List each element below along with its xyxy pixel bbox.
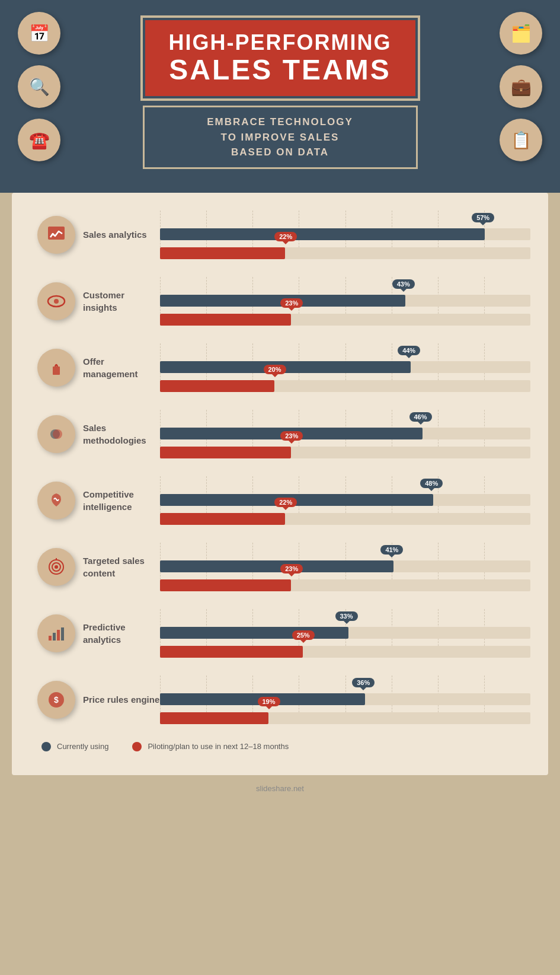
header-icons-right: 🗂️ 💼 📋 <box>500 12 542 161</box>
data-row-sales-analytics: Sales analytics 57% <box>30 211 530 259</box>
pct-dark-predictive-analytics: 33% <box>335 611 358 621</box>
org-chart-icon: 🗂️ <box>500 12 542 55</box>
bar-fill-red <box>160 579 291 591</box>
phone-icon: ☎️ <box>18 119 60 161</box>
bars-col-sales-methodologies: 46% 23% <box>160 410 530 458</box>
pct-red-predictive-analytics: 25% <box>292 630 315 640</box>
bar-fill-dark <box>160 627 348 639</box>
footer: slideshare.net <box>0 775 560 802</box>
dark-bar-customer-insights: 43% <box>160 295 530 307</box>
bar-fill-red <box>160 380 274 392</box>
red-bar-price-rules-engine: 19% <box>160 712 530 724</box>
label-sales-methodologies: Sales methodologies <box>83 422 160 447</box>
dark-bar-sales-methodologies: 46% <box>160 428 530 439</box>
bar-fill-dark <box>160 560 393 572</box>
header-icons-left: 📅 🔍 ☎️ <box>18 12 60 161</box>
svg-point-5 <box>53 429 62 439</box>
red-bar-customer-insights: 23% <box>160 314 530 326</box>
bar-fill-red <box>160 712 268 724</box>
dark-bar-targeted-sales-content: 41% <box>160 560 530 572</box>
briefcase-icon: 💼 <box>500 65 542 108</box>
bars-col-sales-analytics: 57% 22% <box>160 211 530 259</box>
data-row-targeted-sales-content: Targeted sales content 41% <box>30 543 530 591</box>
icon-col-targeted-sales-content <box>30 548 83 586</box>
bar-fill-dark <box>160 228 485 240</box>
legend-piloting: Piloting/plan to use in next 12–18 month… <box>132 742 289 751</box>
title-area: HIGH-PERFORMING SALES TEAMS EMBRACE TECH… <box>143 18 418 169</box>
bars-col-price-rules-engine: 36% 19% <box>160 676 530 724</box>
svg-point-8 <box>55 565 58 569</box>
svg-rect-10 <box>49 636 52 641</box>
icon-sales-analytics <box>37 216 75 254</box>
icon-col-competitive-intelligence <box>30 482 83 520</box>
icon-col-price-rules-engine: $ <box>30 681 83 719</box>
icon-col-customer-insights <box>30 282 83 320</box>
icon-offer-management <box>37 349 75 387</box>
chart-container: Sales analytics 57% <box>30 211 530 724</box>
legend-dot-red <box>132 742 142 751</box>
data-row-customer-insights: Customer insights 43% <box>30 277 530 326</box>
title-box: HIGH-PERFORMING SALES TEAMS <box>143 18 418 98</box>
red-bar-predictive-analytics: 25% <box>160 646 530 658</box>
svg-rect-11 <box>53 633 56 641</box>
svg-text:$: $ <box>54 695 59 705</box>
dark-bar-price-rules-engine: 36% <box>160 693 530 705</box>
footer-source: slideshare.net <box>256 784 304 793</box>
data-row-price-rules-engine: $ Price rules engine 36% <box>30 676 530 724</box>
svg-point-2 <box>54 299 59 304</box>
icon-col-sales-analytics <box>30 216 83 254</box>
bar-fill-red <box>160 247 285 259</box>
search-doc-icon: 🔍 <box>18 65 60 108</box>
label-price-rules-engine: Price rules engine <box>83 693 160 706</box>
legend-label-piloting: Piloting/plan to use in next 12–18 month… <box>148 742 289 751</box>
pct-red-competitive-intelligence: 22% <box>274 498 297 507</box>
bars-col-competitive-intelligence: 48% 22% <box>160 476 530 525</box>
legend-label-currently-using: Currently using <box>57 742 108 751</box>
title-line1: HIGH-PERFORMING <box>169 31 392 55</box>
legend-dot-dark <box>41 742 51 751</box>
icon-sales-methodologies <box>37 415 75 453</box>
pct-dark-sales-methodologies: 46% <box>409 412 432 422</box>
icon-col-predictive-analytics <box>30 614 83 652</box>
icon-price-rules-engine: $ <box>37 681 75 719</box>
svg-rect-13 <box>61 627 64 641</box>
legend: Currently using Piloting/plan to use in … <box>30 742 530 751</box>
icon-targeted-sales-content <box>37 548 75 586</box>
subtitle-box: EMBRACE TECHNOLOGYTO IMPROVE SALESBASED … <box>143 106 418 169</box>
red-bar-competitive-intelligence: 22% <box>160 513 530 525</box>
label-competitive-intelligence: Competitive intelligence <box>83 488 160 513</box>
label-predictive-analytics: Predictive analytics <box>83 621 160 646</box>
icon-competitive-intelligence <box>37 482 75 520</box>
dark-bar-predictive-analytics: 33% <box>160 627 530 639</box>
bars-col-targeted-sales-content: 41% 23% <box>160 543 530 591</box>
pct-dark-price-rules-engine: 36% <box>352 678 375 687</box>
pct-red-offer-management: 20% <box>264 365 286 374</box>
legend-currently-using: Currently using <box>41 742 108 751</box>
subtitle-text: EMBRACE TECHNOLOGYTO IMPROVE SALESBASED … <box>162 114 398 160</box>
header: 📅 🔍 ☎️ HIGH-PERFORMING SALES TEAMS EMBRA… <box>0 0 560 193</box>
pct-red-customer-insights: 23% <box>280 298 303 308</box>
data-row-sales-methodologies: Sales methodologies 46% <box>30 410 530 458</box>
bars-col-predictive-analytics: 33% 25% <box>160 609 530 658</box>
label-offer-management: Offer management <box>83 355 160 380</box>
bar-fill-red <box>160 447 291 458</box>
bars-col-offer-management: 44% 20% <box>160 343 530 392</box>
title-line2: SALES TEAMS <box>169 55 392 86</box>
label-customer-insights: Customer insights <box>83 289 160 314</box>
calendar-icon: 📅 <box>18 12 60 55</box>
icon-col-sales-methodologies <box>30 415 83 453</box>
red-bar-sales-analytics: 22% <box>160 247 530 259</box>
bar-fill-red <box>160 646 303 658</box>
clipboard-icon: 📋 <box>500 119 542 161</box>
bars-col-customer-insights: 43% 23% <box>160 277 530 326</box>
dark-bar-sales-analytics: 57% <box>160 228 530 240</box>
red-bar-offer-management: 20% <box>160 380 530 392</box>
pct-dark-customer-insights: 43% <box>392 279 415 289</box>
pct-dark-targeted-sales-content: 41% <box>380 545 403 555</box>
icon-col-offer-management <box>30 349 83 387</box>
pct-red-sales-analytics: 22% <box>274 232 297 241</box>
data-row-competitive-intelligence: Competitive intelligence 48% <box>30 476 530 525</box>
icon-customer-insights <box>37 282 75 320</box>
svg-rect-3 <box>53 367 60 375</box>
red-bar-sales-methodologies: 23% <box>160 447 530 458</box>
